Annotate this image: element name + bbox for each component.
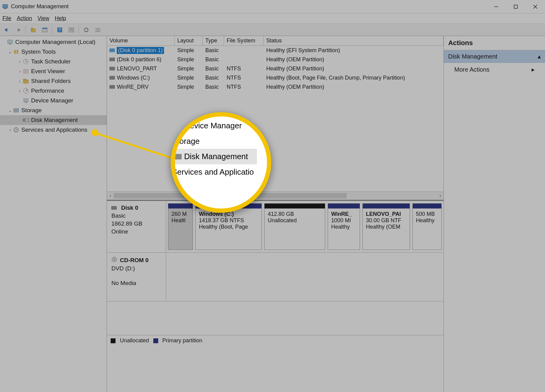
tree-services-apps[interactable]: ›Services and Applications — [0, 125, 107, 135]
svg-rect-19 — [95, 30, 100, 30]
svg-marker-7 — [18, 28, 21, 32]
volume-row[interactable]: Windows (C:)SimpleBasicNTFSHealthy (Boot… — [107, 73, 443, 82]
menu-file[interactable]: File — [2, 15, 11, 22]
partition-box[interactable]: LENOVO_PAI30.00 GB NTFHealthy (OEM — [362, 203, 410, 250]
col-filesystem[interactable]: File System — [224, 36, 264, 45]
tree-label: System Tools — [21, 48, 56, 55]
volume-row[interactable]: (Disk 0 partition 1)SimpleBasicHealthy (… — [107, 46, 443, 55]
tree-event-viewer[interactable]: ›Event Viewer — [0, 66, 107, 76]
cdrom-icon — [111, 256, 117, 264]
svg-rect-21 — [8, 40, 12, 43]
disk-row-cdrom: CD-ROM 0 DVD (D:) No Media — [107, 253, 443, 301]
svg-rect-35 — [24, 99, 28, 102]
svg-rect-31 — [23, 80, 28, 83]
tree-label: Event Viewer — [31, 68, 65, 75]
volume-row[interactable]: LENOVO_PARTSimpleBasicNTFSHealthy (OEM P… — [107, 64, 443, 73]
volume-table-header: Volume Layout Type File System Status — [107, 36, 443, 46]
tree-task-scheduler[interactable]: ›Task Scheduler — [0, 57, 107, 66]
menu-help[interactable]: Help — [55, 15, 66, 22]
svg-rect-24 — [16, 50, 18, 54]
scroll-left-icon[interactable]: ‹ — [107, 193, 114, 198]
svg-rect-32 — [23, 79, 26, 80]
legend-unallocated-label: Unallocated — [120, 337, 149, 344]
volume-icon — [109, 85, 115, 89]
actions-more[interactable]: More Actions ▸ — [444, 63, 545, 76]
disk-map: Disk 0 Basic 1862.89 GB Online 260 MHeal… — [107, 201, 443, 335]
minimize-button[interactable] — [486, 0, 506, 13]
svg-rect-28 — [24, 69, 28, 73]
services-icon — [13, 127, 20, 133]
tree-storage[interactable]: ⌄Storage — [0, 105, 107, 115]
window-title: Computer Management — [11, 3, 486, 10]
help-button[interactable]: ? — [55, 25, 65, 34]
svg-rect-38 — [14, 111, 19, 112]
svg-rect-11 — [42, 28, 47, 29]
back-button[interactable] — [2, 25, 12, 34]
tree-device-manager[interactable]: Device Manager — [0, 96, 107, 105]
up-button[interactable] — [28, 25, 38, 34]
svg-rect-14 — [69, 28, 74, 32]
volume-row[interactable]: (Disk 0 partition 6)SimpleBasicHealthy (… — [107, 55, 443, 64]
storage-icon — [13, 107, 20, 114]
volume-row[interactable]: WinRE_DRVSimpleBasicNTFSHealthy (OEM Par… — [107, 82, 443, 91]
legend-primary-swatch — [153, 338, 158, 343]
chevron-right-icon: ▸ — [532, 66, 535, 73]
menu-bar: File Action View Help — [0, 13, 545, 24]
actions-section[interactable]: Disk Management ▴ — [444, 50, 545, 63]
h-scrollbar[interactable]: ‹ › — [107, 191, 443, 200]
tree-label: Disk Management — [31, 117, 78, 123]
folder-share-icon — [23, 78, 29, 84]
menu-action[interactable]: Action — [17, 15, 32, 22]
menu-view[interactable]: View — [37, 15, 49, 22]
disk-row-0: Disk 0 Basic 1862.89 GB Online 260 MHeal… — [107, 201, 443, 253]
legend: Unallocated Primary partition — [107, 335, 443, 346]
view-settings-button[interactable] — [66, 25, 76, 34]
svg-rect-37 — [14, 109, 19, 110]
svg-marker-6 — [4, 28, 7, 32]
svg-text:?: ? — [59, 27, 61, 32]
gauge-icon — [23, 87, 29, 94]
tree-root[interactable]: Computer Management (Local) — [0, 37, 107, 47]
col-status[interactable]: Status — [264, 36, 443, 45]
tools-icon — [13, 48, 20, 55]
list-button[interactable] — [93, 25, 103, 34]
tree-system-tools[interactable]: ⌄System Tools — [0, 47, 107, 57]
col-type[interactable]: Type — [203, 36, 224, 45]
cdrom-info[interactable]: CD-ROM 0 DVD (D:) No Media — [107, 253, 166, 301]
partition-box[interactable]: 412.80 GBUnallocated — [264, 203, 325, 250]
forward-button[interactable] — [13, 25, 23, 34]
maximize-button[interactable] — [506, 0, 525, 13]
partition-box[interactable]: 260 MHealtl — [168, 203, 193, 250]
app-icon — [2, 3, 9, 10]
disk-icon — [111, 206, 117, 210]
tree-label: Device Manager — [31, 97, 73, 104]
device-icon — [23, 97, 29, 104]
partition-box[interactable]: WinRE_1000 MIHealthy — [328, 203, 360, 250]
volume-icon — [109, 76, 115, 80]
tree-performance[interactable]: ›Performance — [0, 86, 107, 96]
partition-box[interactable]: 500 MBHealthy — [412, 203, 442, 250]
title-bar: Computer Management — [0, 0, 545, 13]
col-layout[interactable]: Layout — [175, 36, 203, 45]
volume-icon — [109, 58, 115, 61]
volume-rows: (Disk 0 partition 1)SimpleBasicHealthy (… — [107, 46, 443, 91]
tree-shared-folders[interactable]: ›Shared Folders — [0, 76, 107, 86]
properties-button[interactable] — [40, 25, 50, 34]
volume-icon — [109, 67, 115, 70]
legend-unallocated-swatch — [111, 338, 116, 343]
disk-mgmt-icon — [23, 117, 29, 123]
col-volume[interactable]: Volume — [107, 36, 175, 45]
tree-label: Storage — [21, 107, 42, 114]
partition-box[interactable]: Windows (C:)1418.37 GB NTFSHealthy (Boot… — [195, 203, 262, 250]
toolbar: ? — [0, 24, 545, 36]
center-pane: Volume Layout Type File System Status (D… — [107, 36, 444, 392]
svg-rect-40 — [23, 119, 25, 121]
actions-pane: Actions Disk Management ▴ More Actions ▸ — [444, 36, 545, 392]
tree-label: Services and Applications — [21, 127, 87, 133]
svg-rect-20 — [95, 31, 100, 32]
scroll-right-icon[interactable]: › — [437, 193, 443, 198]
disk0-info[interactable]: Disk 0 Basic 1862.89 GB Online — [107, 201, 166, 252]
tree-disk-management[interactable]: Disk Management — [0, 115, 107, 125]
refresh-button[interactable] — [81, 25, 91, 34]
close-button[interactable] — [525, 0, 545, 13]
